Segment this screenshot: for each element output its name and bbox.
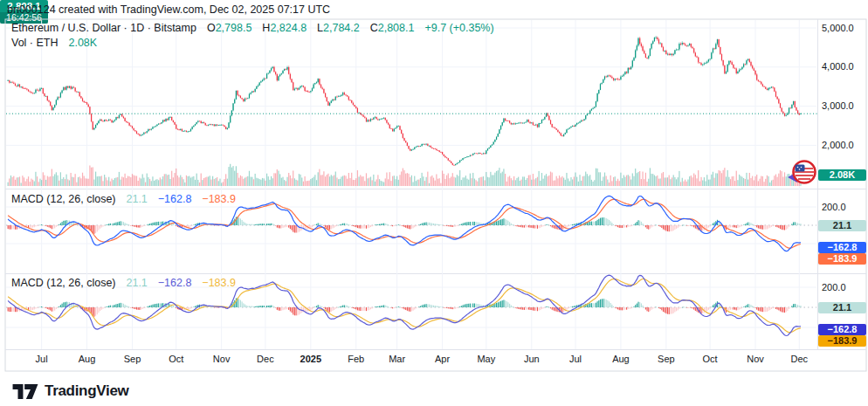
time-axis-label: Sep — [124, 354, 141, 364]
macd1-signal-badge: −183.9 — [818, 253, 866, 265]
volume-legend[interactable]: Vol · ETH 2.08K — [11, 37, 97, 50]
time-axis-label: Feb — [348, 354, 364, 364]
price-axis-label: 5,000.0 — [822, 23, 854, 33]
time-axis-label: Jul — [569, 354, 582, 364]
macd2-hist-value: 21.1 — [126, 277, 147, 289]
tradingview-logo-icon — [12, 384, 38, 399]
macd2-macd-badge: −162.8 — [818, 324, 866, 335]
time-axis-label: Oct — [169, 354, 183, 364]
time-axis-label: Apr — [435, 354, 450, 364]
time-axis-label: Oct — [703, 354, 718, 364]
macd2-signal-value: −183.9 — [202, 277, 236, 289]
time-axis-label: Nov — [213, 354, 231, 364]
macd1-hist-badge: 21.1 — [818, 220, 866, 231]
macd-axis-label: 200.0 — [822, 282, 846, 292]
low-value: 2,784.2 — [323, 22, 360, 34]
time-axis-label: Jun — [524, 354, 540, 364]
candlestick-series — [8, 36, 802, 166]
exchange-label: Bitstamp — [154, 22, 196, 34]
tradingview-footer-link[interactable]: TradingView — [12, 382, 129, 400]
macd1-macd-badge: −162.8 — [818, 242, 866, 253]
us-flag-icon — [794, 162, 816, 183]
open-value: 2,798.5 — [216, 22, 252, 34]
macd1-legend[interactable]: MACD (12, 26, close) 21.1 −162.8 −183.9 — [11, 193, 236, 206]
tradingview-wordmark: TradingView — [45, 382, 129, 400]
macd2-title: MACD — [11, 277, 44, 289]
time-axis-label: Dec — [257, 354, 274, 364]
high-value: 2,824.8 — [270, 22, 307, 34]
symbol-pair-logo — [785, 158, 820, 188]
symbol-legend[interactable]: Ethereum / U.S. Dollar · 1D · Bitstamp O… — [11, 22, 494, 35]
price-axis-label: 3,000.0 — [822, 100, 854, 111]
change-value: +9.7 (+0.35%) — [424, 22, 493, 34]
time-axis-label: Nov — [747, 354, 764, 364]
time-axis-label: Dec — [790, 354, 808, 364]
price-axis-label: 2,000.0 — [822, 140, 854, 150]
macd2-hist-badge: 21.1 — [818, 302, 866, 313]
time-axis-label: Aug — [612, 354, 630, 364]
macd2-signal-badge: −183.9 — [818, 335, 866, 347]
volume-label: Vol · ETH — [11, 37, 59, 49]
time-axis-label: Mar — [389, 354, 405, 364]
macd1-signal-value: −183.9 — [202, 193, 236, 205]
tradingview-snapshot: bn000124 created with TradingView.com, D… — [0, 0, 868, 406]
time-axis-label: Aug — [79, 354, 96, 364]
macd2-macd-value: −162.8 — [158, 277, 192, 289]
macd2-legend[interactable]: MACD (12, 26, close) 21.1 −162.8 −183.9 — [11, 277, 236, 290]
volume-value: 2.08K — [68, 37, 97, 49]
time-axis-label: 2025 — [300, 354, 321, 364]
price-axis-label: 4,000.0 — [822, 61, 854, 72]
volume-series — [8, 164, 802, 186]
volume-badge: 2.08K — [818, 169, 866, 181]
macd1-hist-value: 21.1 — [126, 193, 147, 205]
macd-axis-label: 200.0 — [822, 202, 846, 212]
interval-label: 1D — [130, 22, 144, 34]
macd1-title: MACD — [11, 193, 44, 205]
close-value: 2,808.1 — [378, 22, 415, 34]
time-axis-label: Sep — [658, 354, 675, 364]
macd1-macd-value: −162.8 — [158, 193, 192, 205]
time-axis-label: Jul — [36, 354, 48, 364]
symbol-title: Ethereum / U.S. Dollar — [11, 22, 121, 34]
time-axis-label: May — [477, 354, 495, 364]
